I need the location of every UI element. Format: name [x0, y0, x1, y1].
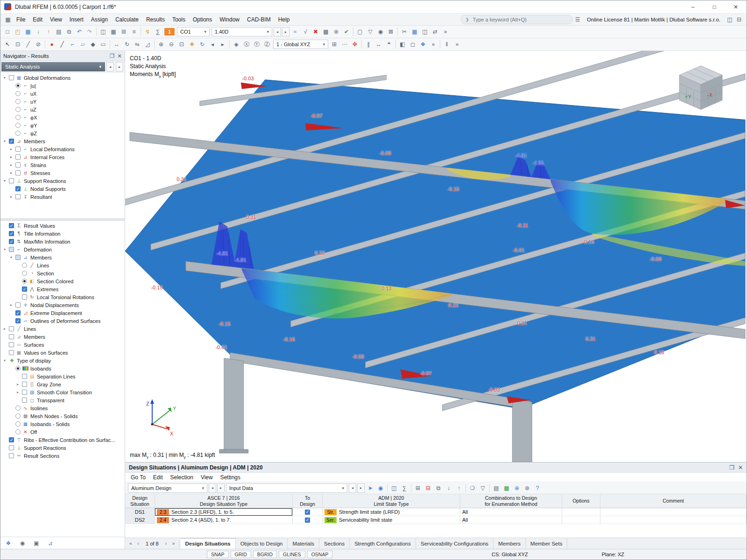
- previous-design-button[interactable]: ◂: [209, 483, 216, 493]
- column-header-options[interactable]: Options: [562, 494, 600, 508]
- expander-icon[interactable]: ▸: [9, 303, 14, 307]
- result-diagram-icon[interactable]: ⊿: [45, 538, 56, 548]
- column-header-comment[interactable]: Comment: [600, 494, 747, 508]
- pan-view-icon[interactable]: ✚: [187, 39, 197, 49]
- menu-item-insert[interactable]: Insert: [66, 14, 87, 25]
- to-design-cell[interactable]: ✓: [293, 508, 323, 516]
- print-icon[interactable]: ▤: [54, 27, 64, 37]
- menu-item-assign[interactable]: Assign: [87, 14, 112, 25]
- select-all-icon[interactable]: ▢: [355, 27, 365, 37]
- tree-item-isolines[interactable]: ∿Isolines: [0, 404, 125, 412]
- undock-panel-icon[interactable]: ❐: [729, 464, 734, 471]
- tree-item-nodal-supports[interactable]: ✓⊥Nodal Supports: [0, 185, 125, 193]
- radio-button[interactable]: [15, 429, 21, 434]
- insert-row-icon[interactable]: ⊞: [413, 483, 423, 493]
- checkbox[interactable]: ✓: [15, 310, 21, 315]
- keyword-search-box[interactable]: ❯: [461, 15, 573, 24]
- radio-button[interactable]: [15, 366, 21, 371]
- view-x-icon[interactable]: Ⓧ: [241, 39, 252, 49]
- calculate-all-icon[interactable]: √: [300, 27, 310, 37]
- printout-report-icon[interactable]: ≡: [129, 27, 139, 37]
- tree-item-members[interactable]: ⊿Members: [0, 333, 125, 341]
- last-page-button[interactable]: »: [170, 541, 177, 546]
- navigation-cube[interactable]: +Y -X: [679, 66, 722, 110]
- tree-item-smooth-color-transition[interactable]: ▸▨Smooth Color Transition: [0, 388, 125, 396]
- opening-new-icon[interactable]: ▭: [98, 39, 108, 49]
- table-row-ds1[interactable]: DS12.3Section 2.3 (LRFD), 1. to 5.✓Str.S…: [125, 508, 747, 516]
- tree-item-extremes[interactable]: ✓⋀Extremes: [0, 285, 125, 293]
- tab-members[interactable]: Members: [493, 538, 526, 549]
- radio-button[interactable]: [22, 279, 27, 284]
- design-check-icon[interactable]: ✔: [341, 27, 352, 37]
- load-combinations-icon[interactable]: ∑: [153, 27, 163, 37]
- expander-icon[interactable]: ▾: [2, 179, 7, 183]
- open-model-icon[interactable]: ◰: [13, 27, 23, 37]
- coordinate-system-status[interactable]: CS: Global XYZ: [492, 552, 528, 557]
- next-analysis-button[interactable]: ▸: [116, 62, 123, 71]
- checkbox[interactable]: [15, 255, 21, 260]
- first-page-button[interactable]: «: [127, 541, 134, 546]
- table-group-combo[interactable]: Input Data ▾: [226, 483, 347, 493]
- member-new-icon[interactable]: ⌐: [67, 39, 78, 49]
- view-z-icon[interactable]: Ⓩ: [262, 39, 272, 49]
- checkbox[interactable]: [9, 178, 14, 183]
- tree-item-isobands-solids[interactable]: ▦Isobands - Solids: [0, 420, 125, 428]
- expander-icon[interactable]: ▾: [2, 247, 7, 252]
- checkbox[interactable]: ✓: [15, 186, 21, 191]
- tab-materials[interactable]: Materials: [288, 538, 319, 549]
- checkbox[interactable]: [9, 334, 14, 339]
- guidelines-icon[interactable]: ∥: [363, 39, 374, 49]
- checkbox[interactable]: [9, 453, 14, 458]
- panel-menu-selection[interactable]: Selection: [167, 473, 197, 482]
- render-transparent-icon[interactable]: ◻: [408, 39, 418, 49]
- more-tools-1-icon[interactable]: »: [440, 27, 451, 37]
- tree-item-support-reactions[interactable]: ⊥Support Reactions: [0, 444, 125, 452]
- expander-icon[interactable]: ▾: [9, 255, 14, 259]
- checkbox[interactable]: ✓: [22, 287, 27, 292]
- combinations-cell[interactable]: All: [460, 508, 562, 516]
- tab-objects-to-design[interactable]: Objects to Design: [236, 538, 288, 549]
- tree-item-off[interactable]: ✕Off: [0, 428, 125, 436]
- tab-sections[interactable]: Sections: [319, 538, 350, 549]
- checkbox[interactable]: [22, 294, 27, 300]
- export-table-icon[interactable]: ↑: [454, 483, 464, 493]
- row-header-cell[interactable]: DS2: [125, 516, 155, 524]
- dimensions-icon[interactable]: ↔: [374, 39, 384, 49]
- jump-to-graphic-icon[interactable]: ➤: [365, 483, 375, 493]
- rotate-view-icon[interactable]: ↻: [197, 39, 207, 49]
- expander-icon[interactable]: ▸: [2, 327, 7, 331]
- menu-item-view[interactable]: View: [46, 14, 66, 25]
- design-type-combo[interactable]: Aluminum Design ▾: [128, 483, 207, 493]
- checkbox[interactable]: ✓: [9, 139, 14, 144]
- tree-item-x[interactable]: ⌐φX: [0, 113, 125, 121]
- copy-icon[interactable]: ⧉: [64, 27, 74, 37]
- limit-state-cell[interactable]: Str.Strength limit state (LRFD): [323, 508, 460, 516]
- radio-button[interactable]: [15, 123, 21, 128]
- panel-menu-view[interactable]: View: [197, 473, 217, 482]
- tree-item-uy[interactable]: ⌐uY: [0, 98, 125, 105]
- checkbox[interactable]: [15, 194, 21, 199]
- work-plane-status[interactable]: Plane: XZ: [602, 552, 624, 557]
- tree-item-outlines-of-deformed-surfaces[interactable]: ✓▱Outlines of Deformed Surfaces: [0, 317, 125, 325]
- previous-view-icon[interactable]: ◂: [207, 39, 218, 49]
- window-arrange-icon[interactable]: ◫: [420, 27, 430, 37]
- checkbox[interactable]: [22, 398, 27, 403]
- close-panel-icon[interactable]: ✕: [738, 464, 743, 471]
- tree-item-title-information[interactable]: ✓¶Title Information: [0, 230, 125, 238]
- load-case-combo[interactable]: CO1 ▾: [177, 27, 210, 36]
- tree-item-mesh-nodes-solids[interactable]: ▩Mesh Nodes - Solids: [0, 412, 125, 420]
- menu-item-tools[interactable]: Tools: [169, 14, 189, 25]
- design-situation-type-cell[interactable]: 2.3Section 2.3 (LRFD), 1. to 5.: [155, 508, 293, 516]
- rotate-icon[interactable]: ↻: [122, 39, 132, 49]
- tree-item-local-deformations[interactable]: ▸⌐Local Deformations: [0, 145, 125, 153]
- limit-state-cell[interactable]: Ser.Serviceability limit state: [323, 516, 460, 524]
- close-navigator-icon[interactable]: ✕: [117, 53, 122, 59]
- import-file-icon[interactable]: ↓: [33, 27, 43, 37]
- radio-button[interactable]: [15, 131, 21, 136]
- excel-export-icon[interactable]: ▦: [501, 483, 512, 493]
- display-properties-icon[interactable]: ❖: [418, 39, 428, 49]
- expander-icon[interactable]: ▾: [2, 76, 7, 80]
- line-new-icon[interactable]: ╱: [57, 39, 67, 49]
- column-header-adm-2020[interactable]: ADM | 2020Limit State Type: [323, 494, 460, 508]
- more-tools-2-icon[interactable]: »: [452, 39, 462, 49]
